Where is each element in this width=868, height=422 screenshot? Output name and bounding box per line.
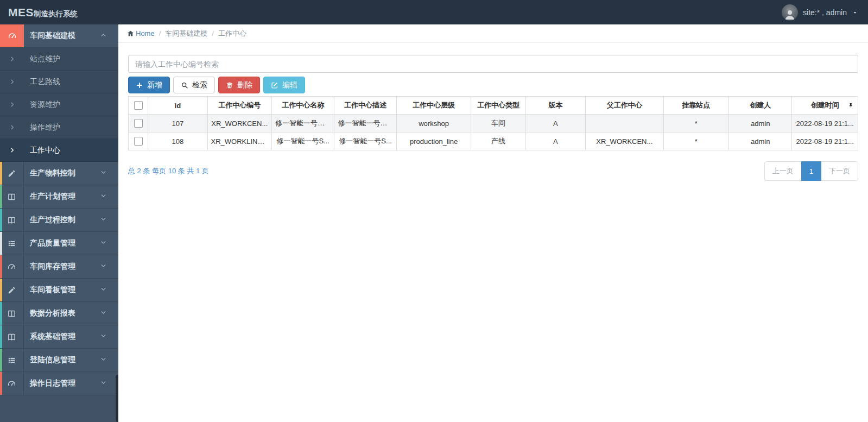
breadcrumb: Home / 车间基础建模 / 工作中心 xyxy=(118,24,868,43)
table-cell: 2022-08-19 21:1... xyxy=(792,115,858,133)
top-navbar: MES制造执行系统 site:* , admin xyxy=(0,0,868,24)
tachometer-icon xyxy=(8,32,17,41)
chevron-down-icon xyxy=(100,332,107,339)
sidebar-group-label: 登陆信息管理 xyxy=(24,355,100,365)
sidebar-group-label: 生产计划管理 xyxy=(24,192,100,201)
toolbar: 新增检索删除编辑 xyxy=(128,77,858,93)
table-cell: XR_WORKCEN... xyxy=(586,133,664,150)
sidebar-item-production-plan-management[interactable]: 生产计划管理 xyxy=(0,185,118,209)
content-panel: 新增检索删除编辑 id工作中心编号工作中心名称工作中心描述工作中心层级工作中心类… xyxy=(118,43,868,191)
chevron-down-icon xyxy=(100,239,107,246)
user-menu[interactable]: site:* , admin xyxy=(782,4,858,21)
button-label: 新增 xyxy=(147,80,162,90)
table-cell: A xyxy=(525,133,585,150)
select-all-checkbox[interactable] xyxy=(134,101,143,110)
search-input[interactable] xyxy=(128,55,858,73)
breadcrumb-home-label: Home xyxy=(136,29,155,37)
table-cell: 修一智能一号S... xyxy=(334,133,396,150)
breadcrumb-home-link[interactable]: Home xyxy=(127,29,155,37)
table-cell: workshop xyxy=(396,115,471,133)
breadcrumb-separator: / xyxy=(159,29,161,37)
sidebar-item-workshop-inventory-management[interactable]: 车间库存管理 xyxy=(0,255,118,279)
group-color-strip xyxy=(0,209,2,231)
group-color-strip xyxy=(0,349,2,371)
chevron-right-icon xyxy=(9,124,15,130)
sidebar-item-data-analysis-report[interactable]: 数据分析报表 xyxy=(0,302,118,325)
columns-icon xyxy=(7,192,16,201)
sidebar-item-workshop-kanban-management[interactable]: 车间看板管理 xyxy=(0,279,118,302)
row-checkbox[interactable] xyxy=(134,137,143,146)
pagination-controls: 上一页 1 下一页 xyxy=(764,161,858,181)
search-button[interactable]: 检索 xyxy=(173,77,215,93)
group-color-strip xyxy=(0,325,2,348)
table-cell: 修一智能一号车间 xyxy=(334,115,396,133)
breadcrumb-crumb: 工作中心 xyxy=(218,29,246,39)
delete-button[interactable]: 删除 xyxy=(218,77,260,93)
submenu-item-label: 工艺路线 xyxy=(24,77,60,87)
column-header: 挂靠站点 xyxy=(663,97,728,115)
sidebar-item-work-center[interactable]: 工作中心 xyxy=(0,139,118,162)
sidebar-item-system-basic-management[interactable]: 系统基础管理 xyxy=(0,325,118,349)
table-cell xyxy=(586,115,664,133)
table-row[interactable]: 107XR_WORKCEN...修一智能一号车间修一智能一号车间workshop… xyxy=(129,115,858,133)
table-cell: admin xyxy=(729,115,792,133)
chevron-down-icon xyxy=(100,192,107,199)
chevron-up-icon xyxy=(100,32,107,39)
sidebar: 车间基础建模 站点维护工艺路线资源维护操作维护工作中心 生产物料控制生产计划管理… xyxy=(0,24,118,422)
chevron-down-icon xyxy=(100,262,107,269)
prev-page-button[interactable]: 上一页 xyxy=(764,161,802,181)
submenu-item-label: 操作维护 xyxy=(24,123,60,133)
chevron-right-icon xyxy=(9,79,15,85)
sidebar-item-product-quality-management[interactable]: 产品质量管理 xyxy=(0,232,118,255)
button-label: 删除 xyxy=(237,80,252,90)
tachometer-icon xyxy=(7,262,16,272)
pin-icon[interactable] xyxy=(848,103,854,109)
app-logo-secondary: 制造执行系统 xyxy=(34,9,78,19)
sidebar-group-label: 数据分析报表 xyxy=(24,308,100,318)
button-label: 编辑 xyxy=(282,80,297,90)
pencil-icon xyxy=(7,169,16,178)
group-color-strip xyxy=(0,302,2,325)
chevron-down-icon xyxy=(100,309,107,316)
table-row[interactable]: 108XR_WORKLINE...修一智能一号S...修一智能一号S...pro… xyxy=(129,133,858,150)
search-icon xyxy=(181,81,188,89)
chevron-right-icon xyxy=(9,147,15,153)
sidebar-item-production-process-control[interactable]: 生产过程控制 xyxy=(0,209,118,232)
sidebar-item-workshop-basic-modeling[interactable]: 车间基础建模 xyxy=(0,24,118,48)
sidebar-item-production-material-control[interactable]: 生产物料控制 xyxy=(0,162,118,185)
sidebar-item-resource-maintenance[interactable]: 资源维护 xyxy=(0,93,118,116)
group-color-strip xyxy=(0,162,2,185)
column-header: 创建人 xyxy=(729,97,792,115)
sidebar-item-site-maintenance[interactable]: 站点维护 xyxy=(0,48,118,71)
column-header: 工作中心层级 xyxy=(396,97,471,115)
main-content: Home / 车间基础建模 / 工作中心 新增检索删除编辑 id工作中心编号工作… xyxy=(118,24,868,422)
app-logo: MES制造执行系统 xyxy=(8,6,78,19)
table-cell: * xyxy=(663,115,728,133)
sidebar-group-label: 产品质量管理 xyxy=(24,238,100,248)
chevron-right-icon xyxy=(9,56,15,62)
chevron-down-icon xyxy=(100,286,107,293)
book-icon xyxy=(7,332,16,342)
pagination: 总 2 条 每页 10 条 共 1 页 上一页 1 下一页 xyxy=(128,161,858,181)
group-color-strip xyxy=(0,185,2,208)
columns-icon xyxy=(7,309,16,318)
breadcrumb-crumb: 车间基础建模 xyxy=(165,29,207,39)
sidebar-item-operation-maintenance[interactable]: 操作维护 xyxy=(0,116,118,139)
sidebar-item-operation-log-management[interactable]: 操作日志管理 xyxy=(0,372,118,395)
chevron-down-icon xyxy=(100,169,107,176)
table-cell: 车间 xyxy=(471,115,525,133)
button-label: 检索 xyxy=(192,80,207,90)
chevron-right-icon xyxy=(9,102,15,108)
sidebar-item-login-info-management[interactable]: 登陆信息管理 xyxy=(0,349,118,372)
sidebar-item-process-route[interactable]: 工艺路线 xyxy=(0,71,118,93)
sidebar-group-label: 生产物料控制 xyxy=(24,168,100,178)
column-header: 工作中心名称 xyxy=(271,97,334,115)
edit-button[interactable]: 编辑 xyxy=(263,77,305,93)
page-1-button[interactable]: 1 xyxy=(801,161,821,181)
add-button[interactable]: 新增 xyxy=(128,77,170,93)
trash-icon xyxy=(226,81,233,89)
row-checkbox[interactable] xyxy=(134,119,143,128)
next-page-button[interactable]: 下一页 xyxy=(821,161,858,181)
table-cell: XR_WORKLINE... xyxy=(207,133,271,150)
chevron-down-icon xyxy=(100,216,107,223)
